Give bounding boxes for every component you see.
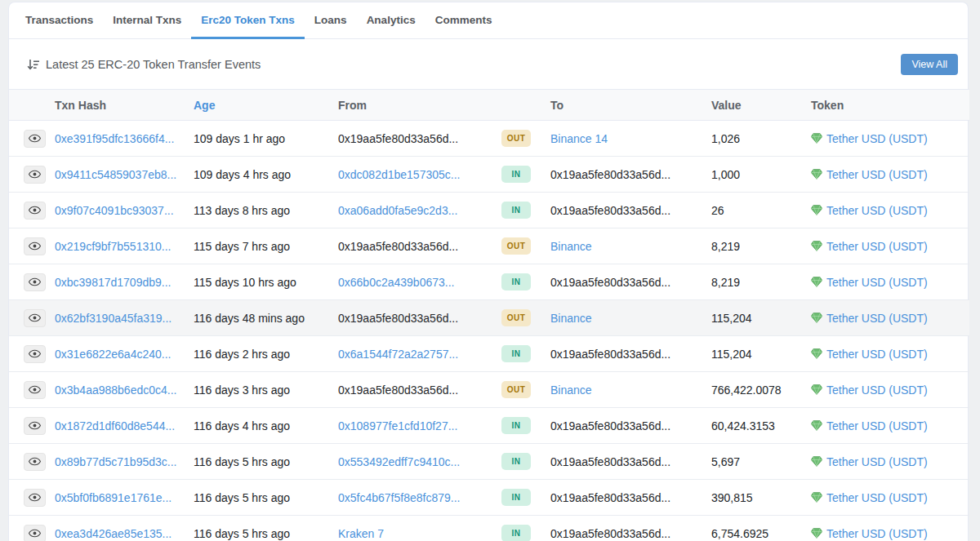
direction-badge: IN bbox=[501, 273, 531, 290]
header-age-sort-link[interactable]: Age bbox=[194, 99, 215, 112]
token-transfers-tbody: 0xe391f95dfc13666f4... 109 days 1 hr ago… bbox=[9, 121, 969, 541]
token-transfers-table: Txn Hash Age From To Value Token 0xe391f… bbox=[9, 89, 969, 541]
to-address: 0x19aa5fe80d33a56d... bbox=[550, 276, 670, 289]
eye-preview-button[interactable] bbox=[24, 489, 46, 507]
tab-bar: Transactions Internal Txns Erc20 Token T… bbox=[9, 2, 968, 39]
token-link[interactable]: Tether USD (USDT) bbox=[826, 276, 928, 289]
to-address: 0x19aa5fe80d33a56d... bbox=[550, 168, 670, 181]
txn-hash-link[interactable]: 0x31e6822e6a4c240... bbox=[55, 348, 171, 361]
token-link[interactable]: Tether USD (USDT) bbox=[826, 384, 928, 397]
eye-preview-button[interactable] bbox=[24, 381, 46, 399]
token-gem-icon bbox=[811, 348, 822, 359]
eye-preview-button[interactable] bbox=[24, 237, 46, 255]
direction-badge: IN bbox=[501, 525, 531, 541]
direction-badge: OUT bbox=[501, 130, 531, 147]
from-address: 0x19aa5fe80d33a56d... bbox=[338, 312, 458, 325]
from-address[interactable]: 0x5fc4b67f5f8e8fc879... bbox=[338, 491, 460, 504]
tab-internal-txns[interactable]: Internal Txns bbox=[103, 2, 191, 39]
value-text: 1,026 bbox=[711, 132, 740, 145]
token-link[interactable]: Tether USD (USDT) bbox=[826, 132, 928, 145]
from-address[interactable]: 0x553492edff7c9410c... bbox=[338, 455, 460, 468]
age-text: 116 days 5 hrs ago bbox=[194, 527, 290, 540]
from-address[interactable]: 0x6a1544f72a2a2757... bbox=[338, 348, 458, 361]
to-address: 0x19aa5fe80d33a56d... bbox=[550, 204, 670, 217]
table-row: 0x5bf0fb6891e1761e... 116 days 5 hrs ago… bbox=[9, 480, 969, 516]
table-row: 0x62bf3190a45fa319... 116 days 48 mins a… bbox=[9, 300, 969, 336]
token-gem-icon bbox=[811, 384, 822, 395]
from-address[interactable]: 0xa06add0fa5e9c2d3... bbox=[338, 204, 457, 217]
txn-hash-link[interactable]: 0xe391f95dfc13666f4... bbox=[55, 132, 174, 145]
to-address[interactable]: Binance bbox=[550, 312, 592, 325]
from-address[interactable]: Kraken 7 bbox=[338, 527, 384, 540]
tab-loans[interactable]: Loans bbox=[305, 2, 357, 39]
token-link[interactable]: Tether USD (USDT) bbox=[826, 240, 928, 253]
token-link[interactable]: Tether USD (USDT) bbox=[826, 312, 928, 325]
tab-transactions[interactable]: Transactions bbox=[16, 2, 103, 39]
age-text: 116 days 5 hrs ago bbox=[194, 455, 290, 468]
direction-badge: IN bbox=[501, 345, 531, 362]
direction-badge: IN bbox=[501, 417, 531, 434]
txn-hash-link[interactable]: 0x1872d1df60d8e544... bbox=[55, 419, 175, 432]
eye-preview-button[interactable] bbox=[24, 166, 46, 184]
to-address[interactable]: Binance bbox=[550, 384, 592, 397]
token-gem-icon bbox=[811, 528, 822, 539]
eye-preview-button[interactable] bbox=[24, 309, 46, 327]
eye-preview-button[interactable] bbox=[24, 273, 46, 291]
txn-hash-link[interactable]: 0x3b4aa988b6edc0c4... bbox=[55, 384, 176, 397]
direction-badge: OUT bbox=[501, 381, 531, 398]
txn-hash-link[interactable]: 0xbc39817d1709db9... bbox=[55, 276, 171, 289]
view-all-button[interactable]: View All bbox=[901, 54, 958, 75]
to-address[interactable]: Binance bbox=[550, 240, 592, 253]
from-address[interactable]: 0xdc082d1be157305c... bbox=[338, 168, 460, 181]
eye-preview-button[interactable] bbox=[24, 345, 46, 363]
txn-hash-link[interactable]: 0x62bf3190a45fa319... bbox=[55, 312, 172, 325]
txn-hash-link[interactable]: 0x9f07c4091bc93037... bbox=[55, 204, 174, 217]
txn-hash-link[interactable]: 0x9411c54859037eb8... bbox=[55, 168, 176, 181]
txn-hash-link[interactable]: 0x89b77d5c71b95d3c... bbox=[55, 455, 176, 468]
token-link[interactable]: Tether USD (USDT) bbox=[826, 419, 928, 432]
to-address[interactable]: Binance 14 bbox=[550, 132, 608, 145]
age-text: 115 days 10 hrs ago bbox=[194, 276, 296, 289]
to-address: 0x19aa5fe80d33a56d... bbox=[550, 455, 670, 468]
token-link[interactable]: Tether USD (USDT) bbox=[826, 455, 928, 468]
toolbar: Latest 25 ERC-20 Token Transfer Events V… bbox=[9, 39, 968, 89]
age-text: 109 days 1 hr ago bbox=[194, 132, 285, 145]
eye-preview-button[interactable] bbox=[24, 202, 46, 220]
from-address[interactable]: 0x108977fe1cfd10f27... bbox=[338, 419, 457, 432]
from-address: 0x19aa5fe80d33a56d... bbox=[338, 240, 458, 253]
direction-badge: IN bbox=[501, 453, 531, 470]
table-row: 0x31e6822e6a4c240... 116 days 2 hrs ago … bbox=[9, 336, 969, 372]
token-link[interactable]: Tether USD (USDT) bbox=[826, 348, 928, 361]
token-link[interactable]: Tether USD (USDT) bbox=[826, 204, 928, 217]
age-text: 116 days 48 mins ago bbox=[194, 312, 305, 325]
token-link[interactable]: Tether USD (USDT) bbox=[826, 527, 928, 540]
direction-badge: IN bbox=[501, 166, 531, 183]
from-address: 0x19aa5fe80d33a56d... bbox=[338, 132, 458, 145]
txn-hash-link[interactable]: 0xea3d426ae85e135... bbox=[55, 527, 172, 540]
tab-comments[interactable]: Comments bbox=[425, 2, 502, 39]
from-address[interactable]: 0x66b0c2a439b0673... bbox=[338, 276, 454, 289]
header-direction bbox=[501, 90, 550, 121]
tab-erc20-token-txns[interactable]: Erc20 Token Txns bbox=[191, 2, 305, 39]
table-row: 0xe391f95dfc13666f4... 109 days 1 hr ago… bbox=[9, 121, 969, 157]
eye-preview-button[interactable] bbox=[24, 525, 46, 541]
eye-preview-button[interactable] bbox=[24, 453, 46, 471]
tab-analytics[interactable]: Analytics bbox=[357, 2, 425, 39]
header-eye-column bbox=[9, 90, 55, 121]
direction-badge: IN bbox=[501, 202, 531, 219]
value-text: 6,754.6925 bbox=[711, 527, 768, 540]
token-gem-icon bbox=[811, 169, 822, 180]
txn-hash-link[interactable]: 0x219cf9bf7b551310... bbox=[55, 240, 171, 253]
value-text: 5,697 bbox=[711, 455, 740, 468]
token-link[interactable]: Tether USD (USDT) bbox=[826, 491, 928, 504]
value-text: 8,219 bbox=[711, 276, 740, 289]
eye-preview-button[interactable] bbox=[24, 417, 46, 435]
direction-badge: IN bbox=[501, 489, 531, 506]
age-text: 115 days 7 hrs ago bbox=[194, 240, 290, 253]
age-text: 113 days 8 hrs ago bbox=[194, 204, 290, 217]
token-link[interactable]: Tether USD (USDT) bbox=[826, 168, 928, 181]
eye-preview-button[interactable] bbox=[24, 130, 46, 148]
token-gem-icon bbox=[811, 133, 822, 144]
table-row: 0x9411c54859037eb8... 109 days 4 hrs ago… bbox=[9, 157, 969, 193]
txn-hash-link[interactable]: 0x5bf0fb6891e1761e... bbox=[55, 491, 172, 504]
